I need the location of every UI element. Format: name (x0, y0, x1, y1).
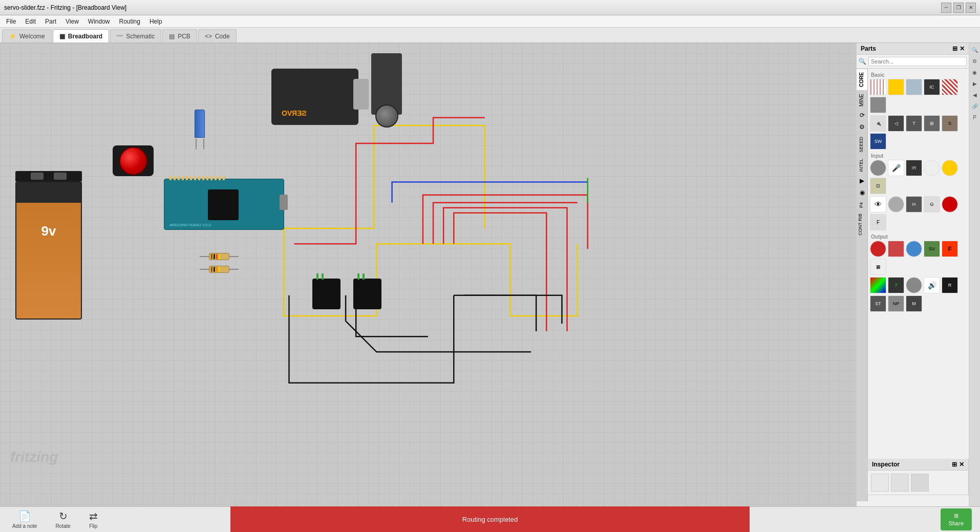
part-dc-motor[interactable] (906, 241, 922, 257)
code-icon: <> (205, 33, 212, 40)
parts-tab-intel[interactable]: INTEL (857, 155, 867, 175)
part-wire[interactable] (870, 97, 886, 113)
side-icon-4[interactable]: ▶ (970, 79, 979, 88)
part-transistor[interactable]: T (906, 115, 922, 132)
part-piezo[interactable]: 🔊 (924, 277, 940, 293)
tab-code[interactable]: <> Code (198, 29, 237, 42)
potentiometer-component[interactable] (369, 53, 404, 156)
share-button[interactable]: ⊞ Share (941, 508, 972, 530)
inspector-close-icon[interactable]: ✕ (959, 461, 964, 468)
part-photo[interactable]: 👁 (870, 196, 886, 212)
part-hall[interactable]: H (906, 196, 922, 212)
parts-close-icon[interactable]: ✕ (960, 45, 965, 52)
part-relay[interactable]: R (942, 277, 958, 293)
part-connector[interactable]: ⊞ (924, 115, 940, 132)
menu-help[interactable]: Help (145, 17, 166, 26)
menu-file[interactable]: File (2, 17, 20, 26)
part-rgb[interactable] (870, 277, 886, 293)
part-stepper[interactable]: ST (870, 295, 886, 312)
inspector-expand-icon[interactable]: ⊞ (952, 461, 957, 468)
connector-2[interactable] (353, 279, 381, 309)
connector-1[interactable] (312, 279, 340, 309)
part-sensor[interactable]: S (942, 115, 958, 132)
basic-parts-row: IC (870, 79, 967, 113)
parts-tab-contrib[interactable]: CONT RIB (857, 211, 867, 238)
parts-tab-arrow[interactable]: ▶ (857, 175, 867, 187)
add-note-button[interactable]: 📄 Add a note (8, 508, 41, 531)
menu-routing[interactable]: Routing (115, 17, 144, 26)
part-dot[interactable] (906, 277, 922, 293)
side-icon-2[interactable]: ⚙ (970, 56, 979, 66)
close-button[interactable]: ✕ (966, 3, 976, 13)
part-coil[interactable] (942, 79, 958, 95)
parts-tab-refresh[interactable]: ⟳ (857, 110, 867, 121)
part-rfid[interactable] (942, 196, 958, 212)
part-oled[interactable]: ▦ (870, 259, 886, 275)
capacitor-component[interactable] (192, 110, 207, 151)
rotate-button[interactable]: ↻ Rotate (51, 508, 74, 531)
part-nfc[interactable]: F (870, 214, 886, 230)
part-diode[interactable]: ◁ (888, 115, 904, 132)
part-7seg[interactable]: 7 (888, 277, 904, 293)
resistor-2[interactable] (200, 266, 239, 273)
part-ic[interactable]: IC (924, 79, 940, 95)
part-capacitor[interactable] (906, 79, 922, 95)
part-encoder[interactable] (888, 196, 904, 212)
side-icon-6[interactable]: 🔗 (970, 101, 979, 111)
side-icon-3[interactable]: ◉ (970, 68, 979, 77)
pin-3 (178, 176, 180, 180)
flip-button[interactable]: ⇄ Flip (85, 508, 102, 531)
battery-component[interactable]: 9v (15, 171, 82, 314)
part-switch[interactable]: SW (870, 133, 886, 150)
part-neopixel[interactable]: NP (888, 295, 904, 312)
parts-tab-circle[interactable]: ◉ (857, 187, 867, 199)
parts-vertical-tabs: CORE MINE ⟳ ⚙ SEEED INTEL ▶ ◉ P4 CONT RI… (857, 69, 868, 501)
tab-welcome[interactable]: ⚡ Welcome (2, 29, 52, 42)
pin-11 (210, 176, 212, 180)
part-gyro[interactable]: G (924, 196, 940, 212)
part-tact[interactable]: ⊡ (870, 178, 886, 194)
menu-edit[interactable]: Edit (21, 17, 40, 26)
part-button[interactable] (924, 160, 940, 176)
parts-tab-seeed[interactable]: SEEED (857, 133, 867, 156)
part-resistor[interactable] (870, 79, 886, 95)
inspector-body (868, 471, 968, 495)
part-mic[interactable]: 🎤 (888, 160, 904, 176)
tab-breadboard[interactable]: ▦ Breadboard (53, 29, 109, 42)
side-icon-5[interactable]: ◀ (970, 90, 979, 99)
servo-component[interactable]: SERVO (271, 69, 358, 135)
parts-search-input[interactable] (868, 57, 967, 66)
part-yellow[interactable] (942, 160, 958, 176)
part-generic[interactable]: 🔌 (870, 115, 886, 132)
side-icon-1[interactable]: 🔍 (970, 45, 979, 54)
share-label: Share (949, 520, 964, 526)
pushbutton-component[interactable] (113, 145, 154, 186)
tab-pcb[interactable]: ▤ PCB (162, 29, 197, 42)
restore-button[interactable]: ❐ (953, 3, 964, 13)
battery-terminal-neg (31, 173, 44, 180)
tab-schematic[interactable]: 〰 Schematic (110, 29, 161, 42)
pin-8 (198, 176, 200, 180)
menu-part[interactable]: Part (41, 17, 60, 26)
part-lcd[interactable]: F (942, 241, 958, 257)
part-led[interactable] (888, 79, 904, 95)
parts-tab-settings[interactable]: ⚙ (857, 121, 867, 133)
breadboard-canvas[interactable]: 9v SERVO (0, 43, 856, 506)
parts-tab-core[interactable]: CORE (857, 69, 867, 90)
part-ir[interactable]: IR (906, 160, 922, 176)
part-led-red[interactable] (870, 241, 886, 257)
parts-tab-p4[interactable]: P4 (857, 199, 867, 211)
part-pot[interactable] (870, 160, 886, 176)
arduino-component[interactable]: ARDUINO NANO V3.0 (164, 179, 284, 230)
minimize-button[interactable]: ─ (941, 3, 951, 13)
menu-window[interactable]: Window (84, 17, 114, 26)
parts-expand-icon[interactable]: ⊞ (952, 45, 957, 52)
cap-lead-1 (196, 139, 197, 149)
parts-tab-mine[interactable]: MINE (857, 90, 867, 110)
part-servo-out[interactable]: SV (924, 241, 940, 257)
part-matrix[interactable]: M (906, 295, 922, 312)
menu-view[interactable]: View (61, 17, 83, 26)
side-icon-7[interactable]: P (970, 113, 979, 122)
part-motor-driver[interactable] (888, 241, 904, 257)
resistor-1[interactable] (200, 253, 239, 260)
